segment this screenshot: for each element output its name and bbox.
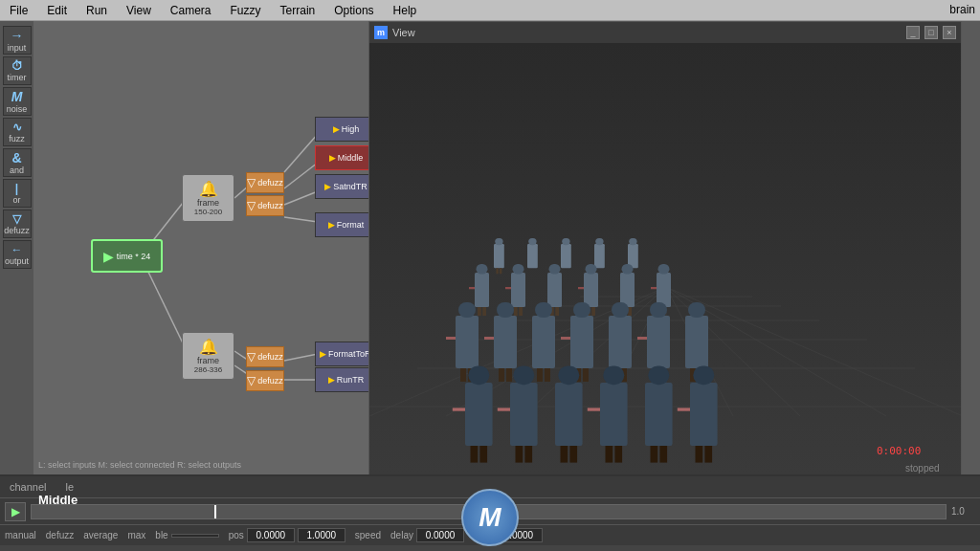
sidebar-fuzz[interactable]: ∿ fuzz (3, 118, 32, 146)
svg-line-4 (284, 163, 318, 188)
svg-rect-71 (497, 302, 514, 318)
logo-overlay: M (452, 484, 528, 551)
sidebar-input[interactable]: → input (3, 26, 32, 55)
svg-rect-35 (594, 244, 605, 268)
average-label: average (83, 530, 118, 540)
close-button[interactable]: × (943, 26, 956, 39)
3d-scene-svg: stopped 0:00:00 (369, 43, 961, 474)
time-node[interactable]: ▶ time * 24 (91, 239, 163, 273)
svg-rect-97 (465, 383, 493, 446)
svg-rect-104 (516, 446, 523, 463)
svg-line-9 (284, 354, 318, 361)
svg-rect-92 (637, 337, 647, 340)
svg-rect-59 (622, 264, 634, 275)
frame2-node[interactable]: 🔔 frame 286-336 (182, 332, 234, 380)
svg-rect-41 (478, 307, 481, 316)
svg-rect-28 (495, 238, 502, 245)
svg-line-6 (284, 217, 318, 222)
defuzz1-node[interactable]: ▽ defuzz (246, 172, 284, 193)
svg-rect-111 (600, 383, 628, 446)
svg-rect-107 (555, 383, 583, 446)
svg-rect-114 (614, 446, 622, 463)
menu-run[interactable]: Run (77, 2, 117, 19)
sidebar-noise[interactable]: M noise (3, 87, 32, 116)
max-status[interactable]: max (127, 530, 145, 540)
svg-line-1 (144, 262, 187, 351)
svg-rect-47 (519, 307, 523, 316)
defuzz3-node[interactable]: ▽ defuzz (246, 346, 284, 367)
svg-rect-38 (629, 238, 636, 245)
sidebar-timer[interactable]: ⏱ timer (3, 56, 32, 85)
svg-rect-99 (471, 446, 479, 463)
svg-rect-124 (678, 408, 690, 410)
svg-rect-121 (693, 365, 714, 385)
svg-rect-113 (606, 446, 613, 463)
svg-rect-85 (612, 302, 629, 318)
svg-text:0:00:00: 0:00:00 (877, 445, 921, 457)
menu-file[interactable]: File (0, 2, 37, 19)
maximize-button[interactable]: □ (924, 26, 938, 39)
svg-rect-122 (696, 446, 703, 463)
manual-status: manual (5, 530, 36, 540)
svg-rect-117 (648, 365, 669, 385)
svg-rect-78 (545, 368, 550, 382)
svg-rect-62 (657, 273, 671, 307)
pos-status: pos 0.0000 1.0000 (229, 528, 345, 542)
channel-label: channel (10, 481, 47, 493)
pos-val1: 0.0000 (247, 528, 295, 542)
svg-rect-73 (506, 368, 512, 382)
menu-help[interactable]: Help (384, 2, 427, 19)
svg-rect-74 (484, 337, 494, 340)
sidebar-or[interactable]: | or (3, 179, 32, 208)
menu-edit[interactable]: Edit (37, 2, 77, 19)
svg-rect-101 (453, 408, 465, 410)
sidebar-output[interactable]: ← output (3, 240, 32, 269)
blend-label: ble (155, 530, 167, 540)
svg-rect-110 (569, 446, 577, 463)
svg-rect-79 (570, 316, 593, 368)
sidebar-defuzz[interactable]: ▽ defuzz (3, 209, 32, 238)
middle-display-label: Middle (38, 493, 78, 507)
connections-svg (33, 21, 392, 474)
defuzz2-node[interactable]: ▽ defuzz (246, 195, 284, 216)
average-status[interactable]: average (83, 530, 118, 540)
minimize-button[interactable]: _ (906, 26, 920, 39)
timeline-marker (214, 505, 216, 518)
svg-rect-54 (586, 264, 597, 275)
svg-rect-58 (620, 273, 635, 307)
svg-rect-98 (468, 365, 489, 385)
svg-rect-82 (583, 368, 589, 382)
frame1-node[interactable]: 🔔 frame 150-200 (182, 174, 234, 222)
node-canvas-area[interactable]: ▶ time * 24 🔔 frame 150-200 🔔 frame 286-… (33, 21, 392, 474)
svg-rect-52 (555, 307, 559, 316)
defuzz-label-status: defuzz (46, 530, 74, 540)
sidebar-and[interactable]: & and (3, 148, 32, 177)
svg-rect-108 (558, 365, 579, 385)
svg-rect-100 (479, 446, 487, 463)
svg-rect-123 (704, 446, 712, 463)
menu-camera[interactable]: Camera (161, 2, 221, 19)
svg-rect-120 (690, 383, 718, 446)
svg-rect-80 (573, 302, 590, 318)
svg-rect-75 (532, 316, 555, 368)
defuzz4-node[interactable]: ▽ defuzz (246, 370, 284, 391)
svg-rect-29 (496, 268, 498, 274)
defuzz-status: defuzz (46, 530, 74, 540)
svg-rect-72 (499, 368, 504, 382)
svg-rect-118 (651, 446, 658, 463)
svg-rect-50 (549, 264, 561, 275)
svg-rect-112 (603, 365, 624, 385)
manual-label: manual (5, 530, 36, 540)
svg-rect-106 (498, 408, 510, 410)
svg-line-5 (284, 191, 318, 205)
menu-terrain[interactable]: Terrain (271, 2, 325, 19)
svg-rect-103 (513, 365, 534, 385)
svg-rect-70 (494, 316, 517, 368)
svg-rect-31 (527, 244, 538, 268)
blend-status: ble (155, 530, 218, 540)
play-button[interactable]: ▶ (5, 502, 26, 521)
menu-view[interactable]: View (117, 2, 161, 19)
menu-options[interactable]: Options (324, 2, 383, 19)
svg-rect-45 (513, 264, 524, 275)
menu-fuzzy[interactable]: Fuzzy (221, 2, 271, 19)
